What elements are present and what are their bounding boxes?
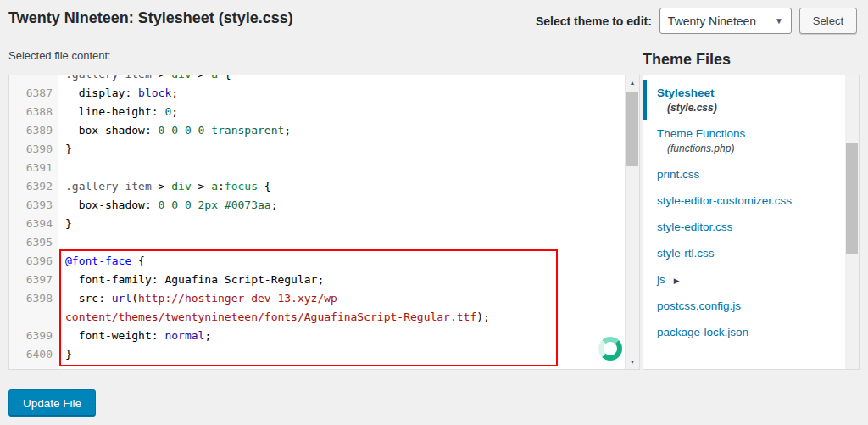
spinner-icon[interactable]	[598, 337, 622, 361]
theme-file-subname: (functions.php)	[667, 143, 835, 154]
code-editor: 6387638863896390639163926393639463956396…	[8, 75, 640, 370]
editor-scrollbar-thumb[interactable]	[626, 92, 638, 166]
line-number: 6395	[9, 233, 53, 252]
line-number: 6393	[9, 196, 53, 215]
theme-file-item-style-editor-css[interactable]: style-editor.css	[643, 214, 845, 240]
theme-file-list: Stylesheet(style.css)Theme Functions(fun…	[643, 75, 845, 369]
code-line	[65, 233, 625, 252]
line-number: 6390	[9, 140, 53, 159]
code-line: font-weight: normal;	[65, 327, 625, 345]
code-area[interactable]: .gallery-item > div > a { display: block…	[58, 75, 625, 369]
scroll-up-icon[interactable]: ▲	[626, 75, 639, 90]
theme-file-link: Theme Functions	[657, 127, 745, 140]
select-theme-label: Select theme to edit:	[536, 14, 652, 28]
select-theme-button[interactable]: Select	[799, 8, 857, 34]
theme-file-subname: (style.css)	[667, 102, 835, 114]
editor-scrollbar[interactable]: ▲ ▼	[625, 75, 639, 369]
theme-file-item-stylesheet[interactable]: Stylesheet(style.css)	[643, 80, 845, 120]
line-number: 6394	[9, 215, 53, 233]
theme-file-item-style-editor-customizer-css[interactable]: style-editor-customizer.css	[643, 187, 845, 214]
line-number: 6396	[9, 252, 53, 271]
code-line: .gallery-item > div > a:focus {	[65, 177, 625, 196]
theme-file-item-js[interactable]: js▶	[643, 266, 845, 293]
code-line	[65, 159, 625, 177]
theme-file-link: style-rtl.css	[657, 247, 715, 260]
update-file-button[interactable]: Update File	[8, 389, 96, 417]
theme-select-value: Twenty Nineteen	[668, 14, 756, 28]
theme-file-link: style-editor.css	[657, 221, 732, 233]
code-line: src: url(http://hostinger-dev-13.xyz/wp-…	[65, 289, 625, 327]
line-number: 6387	[9, 84, 53, 103]
code-line: @font-face {	[65, 252, 625, 271]
code-line: box-shadow: 0 0 0 2px #0073aa;	[65, 196, 625, 215]
line-number: 6391	[9, 159, 53, 177]
theme-file-item-postcss-config-js[interactable]: postcss.config.js	[643, 293, 845, 319]
theme-file-item-style-rtl-css[interactable]: style-rtl.css	[643, 240, 845, 266]
code-line: font-family: Aguafina Script-Regular;	[65, 271, 625, 289]
line-number: 6389	[9, 121, 53, 140]
chevron-down-icon: ▼	[775, 16, 783, 25]
sidebar-scrollbar[interactable]	[845, 75, 859, 369]
code-line: }	[65, 140, 625, 159]
page-title: Twenty Nineteen: Stylesheet (style.css)	[8, 9, 293, 27]
theme-file-link: package-lock.json	[657, 326, 748, 338]
sidebar-scrollbar-thumb[interactable]	[846, 143, 858, 254]
line-number: 6399	[9, 327, 53, 345]
code-line: }	[65, 215, 625, 233]
theme-file-item-print-css[interactable]: print.css	[643, 161, 845, 187]
line-number: 6392	[9, 177, 53, 196]
theme-file-item-theme-functions[interactable]: Theme Functions(functions.php)	[643, 120, 845, 161]
selected-file-content-label: Selected file content:	[8, 49, 111, 62]
code-line: }	[65, 345, 625, 364]
theme-file-link: style-editor-customizer.css	[657, 194, 792, 207]
theme-file-link: postcss.config.js	[657, 299, 741, 312]
code-line: box-shadow: 0 0 0 0 transparent;	[65, 121, 625, 140]
line-number: 6400	[9, 345, 53, 364]
theme-file-link: Stylesheet	[657, 87, 715, 99]
line-number: 6398	[9, 289, 53, 327]
line-number: 6397	[9, 271, 53, 289]
theme-select-dropdown[interactable]: Twenty Nineteen ▼	[659, 8, 792, 34]
scroll-down-icon[interactable]: ▼	[626, 355, 639, 369]
code-line: display: block;	[65, 84, 625, 103]
theme-file-link: js	[657, 273, 665, 286]
theme-files-heading: Theme Files	[643, 51, 731, 69]
theme-select-row: Select theme to edit: Twenty Nineteen ▼ …	[536, 8, 857, 34]
theme-file-link: print.css	[657, 168, 699, 181]
theme-files-panel: Stylesheet(style.css)Theme Functions(fun…	[643, 75, 860, 370]
folder-arrow-icon: ▶	[674, 277, 680, 285]
code-line: line-height: 0;	[65, 103, 625, 121]
line-number	[9, 75, 53, 84]
code-line: .gallery-item > div > a {	[65, 75, 625, 84]
gutter: 6387638863896390639163926393639463956396…	[9, 75, 58, 369]
theme-file-item-package-lock-json[interactable]: package-lock.json	[643, 319, 845, 345]
line-number: 6388	[9, 103, 53, 121]
